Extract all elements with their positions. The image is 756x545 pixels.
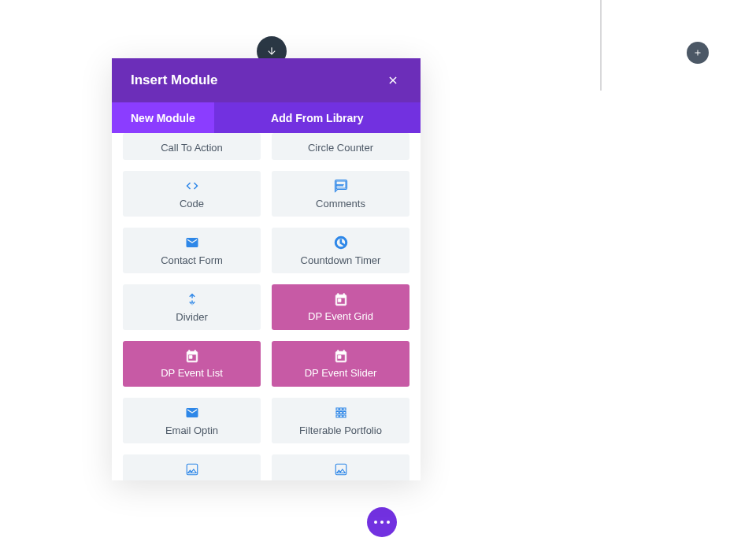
dot-icon <box>380 521 384 524</box>
module-card-contact-form[interactable]: Contact Form <box>123 228 261 273</box>
image-icon <box>185 462 199 476</box>
plus-icon <box>693 48 702 57</box>
module-label: Divider <box>176 311 207 323</box>
module-card-gallery[interactable]: Gallery <box>123 454 261 480</box>
tab-add-from-library[interactable]: Add From Library <box>214 102 421 133</box>
module-label: DP Event List <box>161 367 223 379</box>
dot-icon <box>374 521 377 524</box>
svg-point-1 <box>340 184 342 185</box>
module-label: DP Event Grid <box>308 310 373 322</box>
module-label: Contact Form <box>161 254 223 266</box>
module-card-call-to-action[interactable]: Call To Action <box>123 133 261 160</box>
code-icon <box>185 179 199 193</box>
add-fab-button[interactable] <box>687 42 709 64</box>
module-card-email-optin[interactable]: Email Optin <box>123 398 261 443</box>
close-button[interactable] <box>384 72 402 89</box>
modules-list: Call To ActionCircle CounterCodeComments… <box>112 133 421 480</box>
modal-title: Insert Module <box>131 72 218 88</box>
module-card-image[interactable]: Image <box>272 454 410 480</box>
module-card-dp-event-slider[interactable]: DP Event Slider <box>272 341 410 387</box>
mail-icon <box>185 406 199 420</box>
module-label: Circle Counter <box>308 142 373 154</box>
module-label: Comments <box>316 198 365 209</box>
divider-icon <box>185 292 199 306</box>
modal-header: Insert Module <box>112 58 421 102</box>
svg-point-0 <box>338 184 339 185</box>
chat-icon <box>334 179 348 193</box>
mail-icon <box>185 235 199 250</box>
module-card-comments[interactable]: Comments <box>272 171 410 217</box>
module-label: DP Event Slider <box>305 367 377 379</box>
tab-new-module[interactable]: New Module <box>112 102 214 133</box>
module-card-dp-event-list[interactable]: DP Event List <box>123 341 261 387</box>
modal-tabs: New Module Add From Library <box>112 102 421 133</box>
arrow-icon <box>266 46 277 57</box>
module-label: Code <box>180 198 204 209</box>
module-card-countdown-timer[interactable]: Countdown Timer <box>272 228 410 273</box>
module-label: Call To Action <box>161 142 223 154</box>
svg-point-2 <box>343 184 344 185</box>
module-label: Email Optin <box>165 425 218 436</box>
module-card-divider[interactable]: Divider <box>123 284 261 330</box>
module-card-filterable-portfolio[interactable]: Filterable Portfolio <box>272 398 410 443</box>
module-label: Countdown Timer <box>301 254 381 266</box>
vertical-divider <box>600 0 602 91</box>
image-icon <box>334 462 348 476</box>
close-icon <box>387 75 398 86</box>
module-card-circle-counter[interactable]: Circle Counter <box>272 133 410 160</box>
calendar-icon <box>334 293 348 307</box>
grid-icon <box>334 406 348 420</box>
module-card-dp-event-grid[interactable]: DP Event Grid <box>272 284 410 330</box>
dot-icon <box>387 521 390 524</box>
insert-module-modal: Insert Module New Module Add From Librar… <box>112 58 421 480</box>
module-label: Filterable Portfolio <box>299 425 382 436</box>
module-card-code[interactable]: Code <box>123 171 261 217</box>
more-fab-button[interactable] <box>367 507 397 537</box>
clock-icon <box>334 235 348 250</box>
calendar-icon <box>185 350 199 364</box>
calendar-icon <box>334 350 348 364</box>
